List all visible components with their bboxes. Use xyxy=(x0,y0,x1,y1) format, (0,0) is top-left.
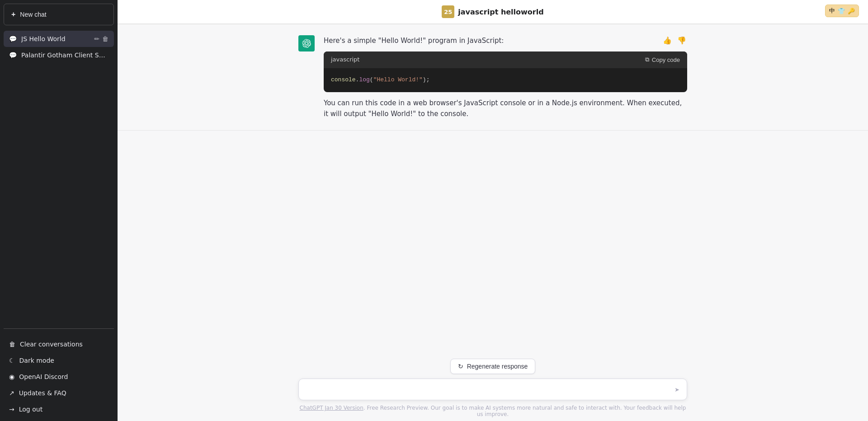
chatgpt-version-link[interactable]: ChatGPT Jan 30 Version xyxy=(300,405,363,411)
chatgpt-logo-icon xyxy=(302,39,311,48)
chat-input-wrapper: ➤ xyxy=(298,379,687,400)
model-name: javascript helloworld xyxy=(458,8,543,16)
send-button[interactable]: ➤ xyxy=(673,384,681,395)
code-console: console xyxy=(331,76,356,83)
message-outro: You can run this code in a web browser's… xyxy=(324,98,687,119)
code-log: log xyxy=(359,76,369,83)
updates-faq-button[interactable]: ↗ Updates & FAQ xyxy=(4,385,114,401)
model-badge: 25 javascript helloworld xyxy=(442,5,543,18)
openai-discord-label: OpenAI Discord xyxy=(19,373,68,380)
extension-badge[interactable]: 中 👕 🔑 xyxy=(825,5,859,17)
new-chat-button[interactable]: New chat xyxy=(4,4,114,25)
send-icon: ➤ xyxy=(675,386,679,393)
chat-input[interactable] xyxy=(299,379,687,400)
regen-icon: ↻ xyxy=(458,363,463,370)
assistant-message-block: Here's a simple "Hello World!" program i… xyxy=(118,24,868,131)
chat-icon: 💬 xyxy=(9,51,17,59)
plus-icon xyxy=(11,10,15,19)
delete-icon[interactable]: 🗑 xyxy=(102,35,108,42)
code-header: javascript ⧉ Copy code xyxy=(324,51,687,68)
code-paren-open: ( xyxy=(370,76,373,83)
clear-conversations-label: Clear conversations xyxy=(20,341,83,348)
updates-faq-label: Updates & FAQ xyxy=(19,389,66,397)
copy-icon: ⧉ xyxy=(645,56,649,63)
assistant-message-content: Here's a simple "Hello World!" program i… xyxy=(324,35,687,119)
thumbdown-icon: 👎 xyxy=(677,37,686,44)
clear-conversations-button[interactable]: 🗑 Clear conversations xyxy=(4,336,114,352)
dark-mode-label: Dark mode xyxy=(19,357,54,364)
clear-icon: 🗑 xyxy=(9,341,15,348)
openai-discord-button[interactable]: ◉ OpenAI Discord xyxy=(4,369,114,385)
log-out-button[interactable]: → Log out xyxy=(4,401,114,417)
copy-code-button[interactable]: ⧉ Copy code xyxy=(645,56,680,63)
code-body: console.log("Hello World!"); xyxy=(324,68,687,92)
chatgpt-avatar xyxy=(298,35,315,51)
chat-icon: 💬 xyxy=(9,35,17,42)
dark-mode-button[interactable]: ☾ Dark mode xyxy=(4,352,114,369)
edit-icon[interactable]: ✏ xyxy=(94,35,99,42)
shirt-icon: 👕 xyxy=(838,8,845,14)
thumbup-icon: 👍 xyxy=(663,37,672,44)
code-block: javascript ⧉ Copy code console.log("Hell… xyxy=(324,51,687,92)
log-out-label: Log out xyxy=(19,406,42,413)
chat-item-actions: ✏ 🗑 xyxy=(94,35,108,42)
main-content: 25 javascript helloworld 中 👕 🔑 Here's a … xyxy=(118,0,868,421)
code-language-label: javascript xyxy=(331,55,359,65)
key-icon: 🔑 xyxy=(848,8,855,14)
regenerate-response-button[interactable]: ↻ Regenerate response xyxy=(450,359,536,374)
thumbs-up-button[interactable]: 👍 xyxy=(662,35,673,46)
chinese-icon: 中 xyxy=(829,7,835,15)
sidebar: New chat 💬 JS Hello World ✏ 🗑 💬 Palantir… xyxy=(0,0,118,421)
code-string: "Hello World!" xyxy=(373,76,423,83)
regenerate-label: Regenerate response xyxy=(467,363,528,370)
code-paren-close: ); xyxy=(423,76,430,83)
logout-icon: → xyxy=(9,406,14,413)
copy-code-label: Copy code xyxy=(652,56,680,63)
new-chat-label: New chat xyxy=(20,11,46,18)
chat-label: JS Hello World xyxy=(21,35,90,42)
sidebar-bottom: 🗑 Clear conversations ☾ Dark mode ◉ Open… xyxy=(0,332,118,421)
chat-area: Here's a simple "Hello World!" program i… xyxy=(118,24,868,351)
sidebar-item-js-hello-world[interactable]: 💬 JS Hello World ✏ 🗑 xyxy=(4,31,114,47)
chat-list: 💬 JS Hello World ✏ 🗑 💬 Palantir Gotham C… xyxy=(0,29,118,325)
discord-icon: ◉ xyxy=(9,373,14,380)
message-actions: 👍 👎 xyxy=(662,35,687,46)
input-area: ↻ Regenerate response ➤ ChatGPT Jan 30 V… xyxy=(118,351,868,421)
footer-disclaimer: . Free Research Preview. Our goal is to … xyxy=(363,405,686,417)
model-version-badge: 25 xyxy=(442,5,454,18)
footer-text: ChatGPT Jan 30 Version. Free Research Pr… xyxy=(298,405,687,417)
thumbs-down-button[interactable]: 👎 xyxy=(676,35,687,46)
chat-label: Palantir Gotham Client Sum xyxy=(21,51,108,59)
sidebar-divider xyxy=(4,328,114,329)
message-intro: Here's a simple "Hello World!" program i… xyxy=(324,35,687,46)
sidebar-item-palantir-gotham[interactable]: 💬 Palantir Gotham Client Sum xyxy=(4,47,114,63)
header: 25 javascript helloworld 中 👕 🔑 xyxy=(118,0,868,24)
moon-icon: ☾ xyxy=(9,357,15,364)
external-link-icon: ↗ xyxy=(9,389,14,397)
message-inner: Here's a simple "Hello World!" program i… xyxy=(298,35,687,119)
